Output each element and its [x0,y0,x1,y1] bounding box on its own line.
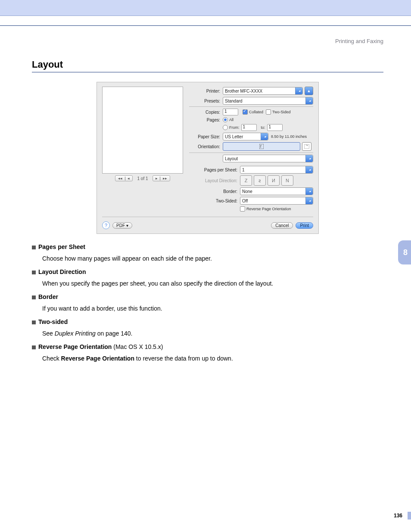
desc-rp-os: (Mac OS X 10.5.x) [112,343,163,350]
layoutdir-icon-4[interactable]: N [281,175,293,186]
twosided-sel-label: Two-Sided: [189,199,240,203]
desc-ld-text: When you specify the pages per sheet, yo… [42,279,383,288]
pages-all-radio[interactable] [223,117,228,122]
pps-label: Pages per Sheet: [189,168,240,172]
printer-value: Brother MFC-XXXX [225,89,262,93]
papersize-note: 8.50 by 11.00 inches [271,134,307,139]
pages-label: Pages: [189,118,223,122]
pager-next-last[interactable]: ▸ | ▸▸ [153,175,170,181]
pps-select[interactable]: 1 [240,166,313,174]
pps-value: 1 [242,168,245,172]
desc-ts-title: Two-sided [38,318,68,325]
twosided-checkbox[interactable] [266,109,271,115]
presets-label: Presets: [189,99,223,103]
layoutdir-icon-1[interactable]: Z [240,175,252,186]
desc-ts-post: on page 140. [96,330,133,337]
desc-pps-title: Pages per Sheet [38,243,85,250]
page-preview [102,87,183,174]
printer-status-button[interactable]: ▲ [305,87,313,95]
preview-pager: ◂◂ | ◂ 1 of 1 ▸ | ▸▸ [102,175,183,181]
page-number: 136 [394,512,411,520]
border-label: Border: [189,189,240,194]
twosided-select[interactable]: Off [240,197,313,205]
help-button[interactable]: ? [102,221,110,229]
pages-from-radio[interactable] [223,125,228,130]
copies-input[interactable]: 1 [223,109,238,115]
description-list: Pages per Sheet Choose how many pages wi… [32,243,383,363]
desc-rp-pre: Check [42,355,61,362]
layoutdir-icon-3[interactable]: И [268,175,280,186]
layoutdir-label: Layout Direction: [189,178,240,183]
desc-ts-text: See Duplex Printing on page 140. [42,329,383,338]
svg-rect-0 [259,144,264,149]
orientation-landscape-icon[interactable] [302,142,311,151]
desc-rp-text: Check Reverse Page Orientation to revers… [42,354,383,363]
page-content: Printing and Faxing Layout ◂◂ | ◂ 1 of 1… [0,25,411,529]
pdf-button[interactable]: PDF ▾ [112,222,132,229]
printer-select[interactable]: Brother MFC-XXXX [223,87,303,95]
desc-rp-bold: Reverse Page Orientation [61,355,134,362]
border-select[interactable]: None [240,187,313,195]
orientation-portrait-icon[interactable] [223,142,300,151]
collated-checkbox[interactable] [243,109,248,115]
pages-to-input[interactable]: 1 [267,124,283,131]
desc-ts-italic: Duplex Printing [55,330,96,337]
copies-label: Copies: [189,110,223,115]
pager-first-prev[interactable]: ◂◂ | ◂ [115,175,133,181]
pages-all-label: All [229,118,234,122]
presets-select[interactable]: Standard [223,97,313,105]
reverse-checkbox[interactable] [240,206,245,212]
pages-from-label: From: [229,125,240,130]
layoutdir-icon-2[interactable]: ƨ [254,175,266,186]
desc-ld-title: Layout Direction [38,268,86,275]
printer-label: Printer: [189,89,223,93]
pager-text: 1 of 1 [137,176,148,181]
reverse-label: Reverse Page Orientation [246,207,291,211]
twosided-label: Two-Sided [272,110,291,114]
collated-label: Collated [249,110,263,114]
twosided-value: Off [242,199,248,203]
orientation-label: Orientation: [189,144,223,149]
desc-bd-text: If you want to add a border, use this fu… [42,304,383,313]
pages-to-label: to: [261,125,265,130]
desc-pps-text: Choose how many pages will appear on eac… [42,254,383,263]
print-dialog: ◂◂ | ◂ 1 of 1 ▸ | ▸▸ Printer: Brother MF… [97,82,319,234]
print-button[interactable]: Print [296,222,313,229]
page-title: Layout [32,59,383,72]
pages-from-input[interactable]: 1 [241,124,257,131]
desc-ts-pre: See [42,330,55,337]
papersize-label: Paper Size: [189,134,223,139]
cancel-button[interactable]: Cancel [271,222,293,229]
papersize-select[interactable]: US Letter [223,133,268,140]
chapter-tab: 8 [398,240,411,264]
page-header-band [0,0,411,16]
panel-value: Layout [225,156,238,161]
presets-value: Standard [225,99,243,103]
desc-rp-post: to reverse the data from up to down. [134,355,233,362]
panel-select[interactable]: Layout [223,155,313,162]
desc-rp-title: Reverse Page Orientation [38,343,112,350]
border-value: None [242,189,252,194]
papersize-value: US Letter [225,134,243,139]
section-breadcrumb: Printing and Faxing [32,38,383,44]
desc-bd-title: Border [38,293,58,300]
